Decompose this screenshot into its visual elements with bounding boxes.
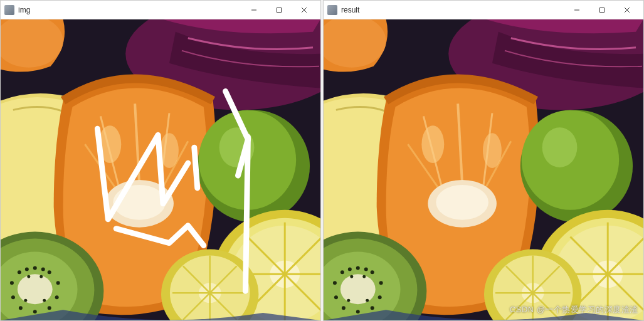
svg-point-31	[33, 310, 37, 313]
svg-point-25	[18, 274, 53, 304]
svg-point-26	[33, 266, 37, 270]
svg-point-81	[342, 306, 346, 310]
svg-point-90	[366, 299, 369, 302]
svg-point-29	[55, 295, 59, 299]
app-icon	[4, 5, 14, 15]
app-icon	[327, 5, 337, 15]
image-viewport-result[interactable]: CSDN @一个热爱学习的深度渣渣	[324, 19, 643, 320]
svg-point-85	[348, 267, 352, 271]
svg-point-89	[347, 299, 350, 302]
window-controls	[241, 1, 317, 19]
window-title: result	[341, 6, 564, 14]
window-img: img	[0, 0, 321, 321]
svg-point-28	[56, 281, 60, 285]
svg-point-13	[219, 127, 255, 167]
close-button[interactable]	[292, 1, 317, 19]
fruit-photo	[324, 19, 643, 320]
svg-rect-1	[277, 8, 282, 12]
svg-point-59	[483, 133, 502, 168]
minimize-button[interactable]	[564, 1, 589, 19]
minimize-icon	[574, 7, 580, 13]
svg-point-38	[40, 275, 43, 278]
svg-point-88	[350, 275, 353, 278]
svg-point-74	[340, 274, 376, 304]
svg-point-33	[11, 295, 15, 299]
svg-point-39	[27, 275, 30, 278]
svg-point-75	[356, 266, 360, 270]
svg-point-37	[41, 267, 45, 271]
svg-point-86	[364, 267, 368, 271]
maximize-button[interactable]	[267, 1, 292, 19]
image-viewport-img[interactable]	[1, 19, 320, 320]
svg-rect-50	[600, 8, 604, 12]
window-result: result	[323, 0, 644, 321]
window-title: img	[18, 6, 241, 14]
svg-point-76	[371, 270, 374, 274]
svg-point-83	[333, 281, 337, 285]
fruit-photo	[1, 19, 320, 320]
close-button[interactable]	[615, 1, 640, 19]
svg-point-8	[113, 185, 166, 220]
minimize-icon	[251, 7, 257, 13]
close-icon	[301, 7, 307, 13]
svg-point-41	[43, 299, 46, 302]
svg-point-62	[542, 127, 578, 167]
titlebar[interactable]: img	[1, 1, 320, 19]
maximize-icon	[276, 7, 282, 13]
svg-point-30	[48, 306, 51, 310]
maximize-button[interactable]	[589, 1, 615, 19]
svg-point-27	[48, 270, 51, 274]
svg-point-84	[340, 270, 344, 274]
svg-point-34	[10, 281, 14, 285]
svg-point-77	[379, 281, 383, 285]
window-controls	[564, 1, 640, 19]
svg-point-9	[98, 125, 121, 163]
svg-point-36	[25, 267, 29, 271]
svg-point-32	[19, 306, 23, 310]
watermark-text: CSDN @一个热爱学习的深度渣渣	[510, 304, 638, 315]
svg-point-82	[334, 295, 338, 299]
minimize-button[interactable]	[241, 1, 267, 19]
svg-point-78	[378, 295, 382, 299]
svg-point-40	[24, 299, 27, 302]
svg-point-35	[18, 270, 21, 274]
close-icon	[624, 7, 630, 13]
titlebar[interactable]: result	[324, 1, 643, 19]
svg-point-10	[160, 133, 179, 168]
svg-point-79	[371, 306, 374, 310]
svg-point-80	[356, 310, 360, 313]
svg-point-87	[362, 275, 366, 278]
svg-point-57	[436, 185, 488, 220]
svg-point-58	[421, 125, 444, 163]
maximize-icon	[599, 7, 605, 13]
